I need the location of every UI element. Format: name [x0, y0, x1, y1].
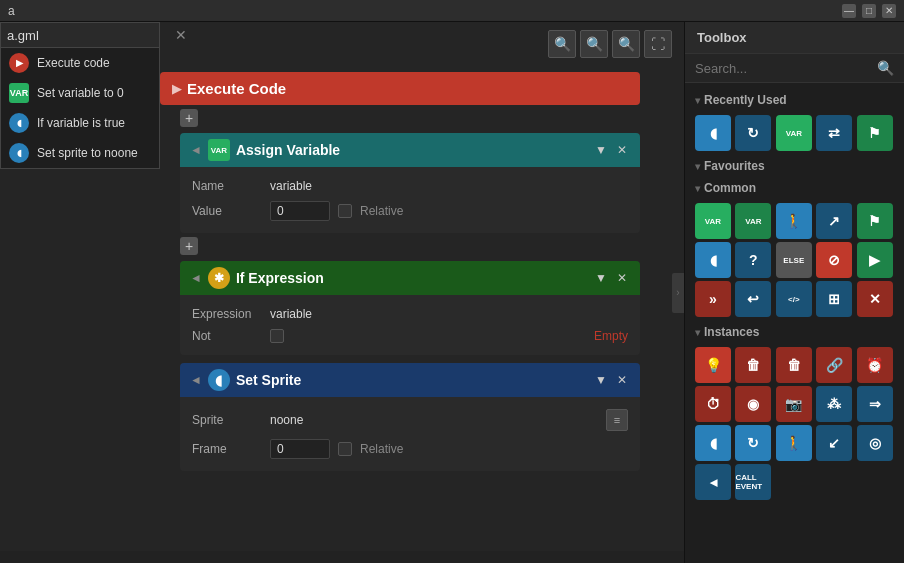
ac-item-sprite[interactable]: ◖Set sprite to noone — [1, 138, 159, 168]
tb-icon-i_callevent[interactable]: CALL EVENT — [735, 464, 771, 500]
add-block-2-button[interactable]: + — [180, 237, 198, 255]
right-resize-handle[interactable]: › — [672, 273, 684, 313]
ac-item-execute[interactable]: ▶Execute code — [1, 48, 159, 78]
tb-icon-pac[interactable]: ◖ — [695, 115, 731, 151]
zoom-out-button[interactable]: 🔍 — [548, 30, 576, 58]
toolbox-grid-recently_used: ◖↻VAR⇄⚑ — [685, 111, 904, 155]
toolbox-panel: Toolbox 🔍 ▾ Recently Used◖↻VAR⇄⚑▾ Favour… — [684, 22, 904, 563]
tb-icon-i_timer[interactable]: ⏱ — [695, 386, 731, 422]
tb-icon-i_trash[interactable]: 🗑 — [735, 347, 771, 383]
sprite-relative-checkbox[interactable] — [338, 442, 352, 456]
section-collapse-common: ▾ — [695, 183, 700, 194]
fit-button[interactable]: ⛶ — [644, 30, 672, 58]
assign-variable-header: ◄ VAR Assign Variable ▼ ✕ — [180, 133, 640, 167]
tb-icon-rotate[interactable]: ↻ — [735, 115, 771, 151]
sprite-menu-button[interactable]: ▼ — [592, 373, 610, 387]
assign-relative-checkbox[interactable] — [338, 204, 352, 218]
search-icon[interactable]: 🔍 — [877, 60, 894, 76]
if-title: If Expression — [236, 270, 586, 286]
tb-icon-c_stop[interactable]: ⊘ — [816, 242, 852, 278]
tb-icon-flag[interactable]: ⚑ — [857, 115, 893, 151]
tb-icon-i_pac2[interactable]: ◖ — [695, 425, 731, 461]
sprite-icon: ◖ — [208, 369, 230, 391]
tb-icon-i_back[interactable]: ↙ — [816, 425, 852, 461]
ac-item-setvar[interactable]: VARSet variable to 0 — [1, 78, 159, 108]
tb-icon-c_flag[interactable]: ⚑ — [857, 203, 893, 239]
toolbox-search-input[interactable] — [695, 61, 871, 76]
execute-code-title: Execute Code — [187, 80, 286, 97]
tb-icon-i_spin[interactable]: ↻ — [735, 425, 771, 461]
autocomplete-panel: ✕ ▶Execute codeVARSet variable to 0◖If v… — [0, 22, 160, 169]
tb-icon-arrows[interactable]: ⇄ — [816, 115, 852, 151]
tb-icon-c_move[interactable]: 🚶 — [776, 203, 812, 239]
assign-icon: VAR — [208, 139, 230, 161]
tb-icon-c_pac[interactable]: ◖ — [695, 242, 731, 278]
assign-variable-block: ◄ VAR Assign Variable ▼ ✕ Name variable — [180, 133, 640, 233]
maximize-button[interactable]: □ — [862, 4, 876, 18]
tb-icon-i_cam[interactable]: 📷 — [776, 386, 812, 422]
tb-icon-c_q[interactable]: ? — [735, 242, 771, 278]
tb-icon-c_grid[interactable]: ⊞ — [816, 281, 852, 317]
assign-menu-button[interactable]: ▼ — [592, 143, 610, 157]
toolbox-section-instances[interactable]: ▾ Instances — [685, 321, 904, 343]
tb-icon-i_scatter[interactable]: ⁂ — [816, 386, 852, 422]
tb-icon-i_walk[interactable]: 🚶 — [776, 425, 812, 461]
toolbox-section-favourites[interactable]: ▾ Favourites — [685, 155, 904, 177]
tb-icon-c_dir[interactable]: ↗ — [816, 203, 852, 239]
tb-icon-c_play[interactable]: ▶ — [857, 242, 893, 278]
if-body: Expression variable Not Empty — [180, 295, 640, 355]
ac-item-ifvar[interactable]: ◖If variable is true — [1, 108, 159, 138]
toolbox-section-recently_used[interactable]: ▾ Recently Used — [685, 89, 904, 111]
assign-collapse-arrow[interactable]: ◄ — [190, 143, 202, 157]
tb-icon-i_arr[interactable]: ⇒ — [857, 386, 893, 422]
inner-blocks: + ◄ VAR Assign Variable ▼ ✕ — [180, 109, 640, 471]
zoom-reset-button[interactable]: 🔍 — [580, 30, 608, 58]
set-sprite-header: ◄ ◖ Set Sprite ▼ ✕ — [180, 363, 640, 397]
assign-close-button[interactable]: ✕ — [614, 143, 630, 157]
plus-row-2: + — [180, 237, 640, 255]
tb-icon-i_bulb[interactable]: 💡 — [695, 347, 731, 383]
minimize-button[interactable]: — — [842, 4, 856, 18]
sprite-collapse-arrow[interactable]: ◄ — [190, 373, 202, 387]
tb-icon-c_var1[interactable]: VAR — [695, 203, 731, 239]
tb-icon-c_fast[interactable]: » — [695, 281, 731, 317]
tb-icon-var1[interactable]: VAR — [776, 115, 812, 151]
zoom-in-button[interactable]: 🔍 — [612, 30, 640, 58]
sprite-title: Set Sprite — [236, 372, 586, 388]
if-collapse-arrow[interactable]: ◄ — [190, 271, 202, 285]
autocomplete-input-field[interactable] — [7, 28, 175, 43]
assign-value-input[interactable] — [270, 201, 330, 221]
section-label-favourites: Favourites — [704, 159, 765, 173]
toolbox-grid-common: VARVAR🚶↗⚑◖?ELSE⊘▶»↩</>⊞✕ — [685, 199, 904, 321]
canvas-scrollbar[interactable] — [0, 551, 684, 563]
if-not-checkbox[interactable] — [270, 329, 284, 343]
if-menu-button[interactable]: ▼ — [592, 271, 610, 285]
tb-icon-c_var2[interactable]: VAR — [735, 203, 771, 239]
tb-icon-i_skate[interactable]: ◂ — [695, 464, 731, 500]
if-close-button[interactable]: ✕ — [614, 271, 630, 285]
tb-icon-c_return[interactable]: ↩ — [735, 281, 771, 317]
sprite-relative-label: Relative — [360, 442, 403, 456]
sprite-file-button[interactable]: ≡ — [606, 409, 628, 431]
add-block-1-button[interactable]: + — [180, 109, 198, 127]
autocomplete-clear-button[interactable]: ✕ — [175, 27, 187, 43]
sprite-frame-input[interactable] — [270, 439, 330, 459]
tb-icon-c_code[interactable]: </> — [776, 281, 812, 317]
tb-icon-c_x[interactable]: ✕ — [857, 281, 893, 317]
sprite-close-button[interactable]: ✕ — [614, 373, 630, 387]
title-bar: a — □ ✕ — [0, 0, 904, 22]
tb-icon-i_gamepad[interactable]: ◎ — [857, 425, 893, 461]
tb-icon-i_link[interactable]: 🔗 — [816, 347, 852, 383]
window-title: a — [8, 4, 15, 18]
ac-label-ifvar: If variable is true — [37, 116, 125, 130]
close-button[interactable]: ✕ — [882, 4, 896, 18]
toolbox-section-common[interactable]: ▾ Common — [685, 177, 904, 199]
blocks-container: ▶ Execute Code + ◄ VAR Assign Variable — [160, 72, 640, 471]
tb-icon-c_else[interactable]: ELSE — [776, 242, 812, 278]
tb-icon-i_trash2[interactable]: 🗑 — [776, 347, 812, 383]
tb-icon-i_clock[interactable]: ⏰ — [857, 347, 893, 383]
ac-icon-execute: ▶ — [9, 53, 29, 73]
if-expression-label: Expression — [192, 307, 262, 321]
section-collapse-recently_used: ▾ — [695, 95, 700, 106]
tb-icon-i_target[interactable]: ◉ — [735, 386, 771, 422]
